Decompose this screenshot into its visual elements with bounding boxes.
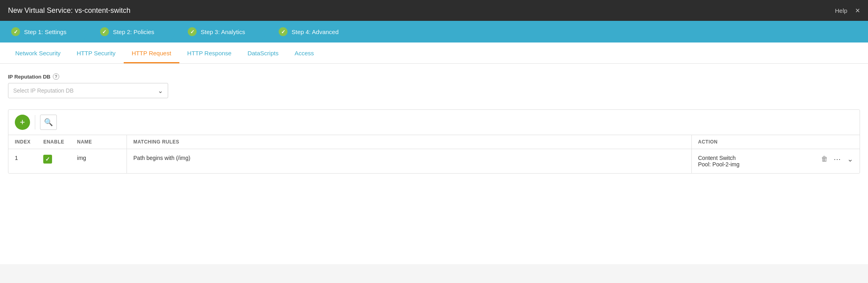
page-title: New Virtual Service: vs-content-switch <box>8 6 131 15</box>
tab-http-request[interactable]: HTTP Request <box>124 42 179 63</box>
more-options-icon[interactable]: ⋯ <box>834 155 842 164</box>
table-row: 1 img Path begins with (/img) Content Sw… <box>8 149 860 174</box>
step1-check-icon <box>11 27 20 36</box>
delete-icon[interactable]: 🗑 <box>821 155 828 163</box>
close-button[interactable]: × <box>855 6 860 15</box>
col-header-matching-rules: MATCHING RULES <box>127 135 691 149</box>
tab-http-response[interactable]: HTTP Response <box>179 42 240 63</box>
toolbar-divider <box>35 115 35 129</box>
chevron-down-icon: ⌄ <box>158 87 163 95</box>
help-button[interactable]: Help <box>835 7 847 14</box>
wizard-step-2[interactable]: Step 2: Policies <box>82 21 170 42</box>
row-action-buttons: 🗑 ⋯ ⌄ <box>821 155 853 164</box>
ip-reputation-field: IP Reputation DB ? Select IP Reputation … <box>8 73 860 98</box>
step4-check-icon <box>279 27 287 36</box>
row-enable <box>37 149 70 174</box>
col-header-name: NAME <box>71 135 127 149</box>
ip-reputation-dropdown[interactable]: Select IP Reputation DB ⌄ <box>8 83 168 98</box>
action-line2: Pool: Pool-2-img <box>698 161 740 168</box>
ip-reputation-label: IP Reputation DB ? <box>8 73 860 80</box>
ip-reputation-placeholder: Select IP Reputation DB <box>13 87 74 94</box>
step2-check-icon <box>100 27 109 36</box>
step4-label: Step 4: Advanced <box>291 28 339 35</box>
title-bar: New Virtual Service: vs-content-switch H… <box>0 0 868 21</box>
row-matching-rules: Path begins with (/img) <box>127 149 691 174</box>
tab-http-security[interactable]: HTTP Security <box>68 42 123 63</box>
action-content: Content Switch Pool: Pool-2-img <box>698 155 740 168</box>
row-action: Content Switch Pool: Pool-2-img 🗑 ⋯ ⌄ <box>691 149 860 174</box>
table-header-row: INDEX ENABLE NAME MATCHING RULES ACTION <box>8 135 860 149</box>
title-bar-actions: Help × <box>835 6 860 15</box>
col-header-index: INDEX <box>8 135 37 149</box>
tab-network-security[interactable]: Network Security <box>7 42 68 63</box>
row-name: img <box>71 149 127 174</box>
main-content: IP Reputation DB ? Select IP Reputation … <box>0 64 868 264</box>
wizard-step-3[interactable]: Step 3: Analytics <box>170 21 261 42</box>
search-button[interactable]: 🔍 <box>40 115 57 130</box>
policies-table-section: + 🔍 INDEX ENABLE NAME MATCHING RULES ACT… <box>8 109 860 174</box>
table-toolbar: + 🔍 <box>8 110 860 135</box>
expand-row-icon[interactable]: ⌄ <box>847 155 853 164</box>
add-policy-button[interactable]: + <box>15 115 30 130</box>
wizard-bar: Step 1: Settings Step 2: Policies Step 3… <box>0 21 868 42</box>
col-header-enable: ENABLE <box>37 135 70 149</box>
wizard-step-1[interactable]: Step 1: Settings <box>0 21 82 42</box>
step3-check-icon <box>188 27 197 36</box>
step3-label: Step 3: Analytics <box>201 28 245 35</box>
enable-checkbox[interactable] <box>43 155 52 164</box>
search-icon: 🔍 <box>44 118 53 127</box>
action-line1: Content Switch <box>698 155 740 161</box>
wizard-step-4[interactable]: Step 4: Advanced <box>261 21 355 42</box>
policies-table: INDEX ENABLE NAME MATCHING RULES ACTION … <box>8 135 860 173</box>
row-index: 1 <box>8 149 37 174</box>
step2-label: Step 2: Policies <box>113 28 154 35</box>
col-header-action: ACTION <box>691 135 860 149</box>
tab-access[interactable]: Access <box>287 42 322 63</box>
tab-datascripts[interactable]: DataScripts <box>239 42 287 63</box>
ip-reputation-help-icon[interactable]: ? <box>53 73 59 80</box>
step1-label: Step 1: Settings <box>24 28 66 35</box>
tabs-bar: Network Security HTTP Security HTTP Requ… <box>0 42 868 64</box>
